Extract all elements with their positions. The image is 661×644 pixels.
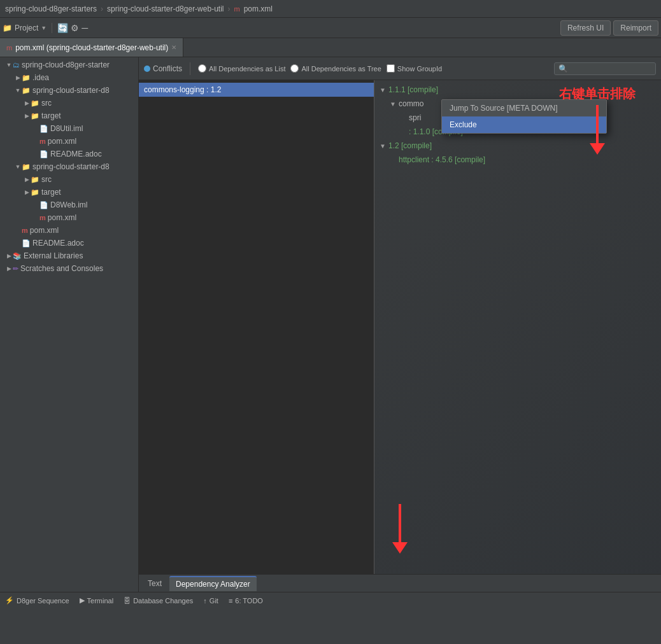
tree-arrow-5: ▼ <box>380 143 388 150</box>
show-groupid-label: Show GroupId <box>397 65 442 73</box>
dep-tree-item-5[interactable]: ▼ 1.2 [compile] <box>374 139 661 153</box>
toolbar-separator <box>52 23 52 33</box>
ext-libs-label: External Libraries <box>24 251 83 260</box>
conflicts-radio[interactable]: Conflicts <box>144 64 182 73</box>
sidebar-item-pom-root[interactable]: m pom.xml <box>0 224 138 237</box>
pom1-arrow <box>32 138 39 144</box>
scratches-label: Scratches and Consoles <box>20 264 103 273</box>
ext-libs-icon: 📚 <box>13 252 22 260</box>
show-groupid-input[interactable] <box>387 64 395 73</box>
status-database-changes[interactable]: 🗄 Database Changes <box>124 597 193 605</box>
tree-item-3-label: spri <box>409 113 421 122</box>
dep-list-panel: commons-logging : 1.2 <box>139 80 374 574</box>
dep-content: commons-logging : 1.2 ▼ 1.1.1 [compile] … <box>139 80 661 574</box>
sidebar-item-scratches[interactable]: ▶ ✏ Scratches and Consoles <box>0 262 138 275</box>
dep-search-input[interactable] <box>554 62 656 75</box>
sidebar-item-src1[interactable]: ▶ 📁 src <box>0 97 138 109</box>
context-menu: Jump To Source [META DOWN] Exclude <box>441 99 607 134</box>
sidebar-item-root[interactable]: ▼ 🗂 spring-cloud-d8ger-starter <box>0 59 138 71</box>
root-label: spring-cloud-d8ger-starter <box>22 60 110 69</box>
dep-tree-item-1[interactable]: ▼ 1.1.1 [compile] <box>374 83 661 97</box>
sidebar-item-idea[interactable]: ▶ 📁 .idea <box>0 71 138 84</box>
all-tree-radio-input[interactable] <box>290 64 299 73</box>
pom1-label: pom.xml <box>48 137 76 146</box>
sidebar-item-ext-libs[interactable]: ▶ 📚 External Libraries <box>0 249 138 262</box>
sidebar-item-d8util-iml[interactable]: 📄 D8Util.iml <box>0 122 138 135</box>
tree-item-1-label: 1.1.1 [compile] <box>388 85 438 94</box>
breadcrumb-1: spring-cloud-d8ger-starters <box>5 4 97 13</box>
breadcrumb-sep-2: › <box>227 4 230 13</box>
refresh-ui-button[interactable]: Refresh UI <box>560 20 611 36</box>
sidebar-item-pom1[interactable]: m pom.xml <box>0 135 138 148</box>
context-menu-exclude[interactable]: Exclude <box>442 116 606 133</box>
all-list-radio[interactable]: All Dependencies as List <box>198 64 285 73</box>
conflicts-radio-dot <box>144 66 150 72</box>
status-d8ger-sequence[interactable]: ⚡ D8ger Sequence <box>5 596 69 605</box>
git-label: Git <box>210 597 218 605</box>
sidebar-item-d8web[interactable]: ▼ 📁 spring-cloud-starter-d8 <box>0 160 138 173</box>
scratches-arrow: ▶ <box>5 265 13 272</box>
tree-item-2-label: comm <box>399 99 420 108</box>
sidebar-item-pom2[interactable]: m pom.xml <box>0 211 138 224</box>
bottom-tab-bar: Text Dependency Analyzer <box>139 574 661 592</box>
ext-libs-arrow: ▶ <box>5 253 13 259</box>
sidebar-item-target2[interactable]: ▶ 📁 target <box>0 186 138 199</box>
d8web-iml-arrow <box>32 202 39 208</box>
tree-item-5-label: 1.2 [compile] <box>388 141 432 150</box>
tree-arrow-1: ▼ <box>380 87 388 94</box>
readme-root-arrow <box>14 240 22 246</box>
dep-controls: Conflicts All Dependencies as List All D… <box>139 57 661 80</box>
tree-item-6-label: httpclient : 4.5.6 [compile] <box>399 155 485 164</box>
d8util-iml-icon: 📄 <box>39 125 48 133</box>
project-icon: 📁 <box>3 24 12 32</box>
conflicts-label: Conflicts <box>153 64 182 73</box>
all-list-radio-input[interactable] <box>198 64 206 73</box>
status-terminal[interactable]: ▶ Terminal <box>80 596 114 605</box>
src2-arrow: ▶ <box>23 176 31 183</box>
sidebar-item-src2[interactable]: ▶ 📁 src <box>0 173 138 186</box>
d8util-label: spring-cloud-starter-d8 <box>32 86 110 95</box>
breadcrumb-sep-1: › <box>101 4 103 13</box>
dep-tree-item-6[interactable]: httpclient : 4.5.6 [compile] <box>374 153 661 167</box>
tab-dependency-analyzer[interactable]: Dependency Analyzer <box>169 576 257 591</box>
context-menu-jump-to-source[interactable]: Jump To Source [META DOWN] <box>442 100 606 116</box>
project-label: Project <box>15 24 38 32</box>
d8util-folder-icon: 📁 <box>22 87 31 95</box>
tree-arrow-2: ▼ <box>390 101 399 108</box>
pom2-arrow <box>32 214 39 221</box>
sidebar-item-readme-root[interactable]: 📄 README.adoc <box>0 237 138 249</box>
status-todo[interactable]: ≡ 6: TODO <box>229 597 263 605</box>
show-groupid-checkbox[interactable]: Show GroupId <box>387 64 442 73</box>
d8web-label: spring-cloud-starter-d8 <box>32 162 110 171</box>
status-git[interactable]: ↑ Git <box>203 597 218 605</box>
toolbar-dropdown-icon[interactable]: ▼ <box>41 25 46 31</box>
sidebar-item-target1[interactable]: ▶ 📁 target <box>0 109 138 122</box>
sidebar-item-d8util[interactable]: ▼ 📁 spring-cloud-starter-d8 <box>0 84 138 97</box>
src1-folder-icon: 📁 <box>31 99 39 108</box>
sidebar-item-d8web-iml[interactable]: 📄 D8Web.iml <box>0 199 138 211</box>
tab-label: pom.xml (spring-cloud-starter-d8ger-web-… <box>15 43 168 52</box>
target1-arrow: ▶ <box>23 113 31 119</box>
minus-icon[interactable]: ─ <box>82 23 88 33</box>
exclude-label: Exclude <box>450 120 477 129</box>
pom1-icon: m <box>39 137 46 145</box>
sidebar: ▼ 🗂 spring-cloud-d8ger-starter ▶ 📁 .idea… <box>0 57 139 592</box>
tab-text[interactable]: Text <box>141 576 168 591</box>
dep-item-commons-logging[interactable]: commons-logging : 1.2 <box>139 83 374 97</box>
tab-close-icon[interactable]: ✕ <box>171 44 176 51</box>
all-tree-radio[interactable]: All Dependencies as Tree <box>290 64 381 73</box>
tab-maven-icon: m <box>6 44 12 52</box>
pom2-label: pom.xml <box>48 213 76 222</box>
title-filename: pom.xml <box>244 4 273 13</box>
src1-arrow: ▶ <box>23 100 31 106</box>
sync-icon[interactable]: 🔄 <box>57 23 68 33</box>
settings-icon[interactable]: ⚙ <box>71 23 79 33</box>
terminal-label: Terminal <box>87 597 114 605</box>
sidebar-item-readme1[interactable]: 📄 README.adoc <box>0 148 138 160</box>
tab-dep-label: Dependency Analyzer <box>176 580 250 589</box>
reimport-button[interactable]: Reimport <box>613 20 658 36</box>
sidebar-tree: ▼ 🗂 spring-cloud-d8ger-starter ▶ 📁 .idea… <box>0 57 138 592</box>
database-icon: 🗄 <box>124 597 131 605</box>
tree-arrow-4 <box>400 129 409 136</box>
pom-xml-tab[interactable]: m pom.xml (spring-cloud-starter-d8ger-we… <box>0 38 183 57</box>
